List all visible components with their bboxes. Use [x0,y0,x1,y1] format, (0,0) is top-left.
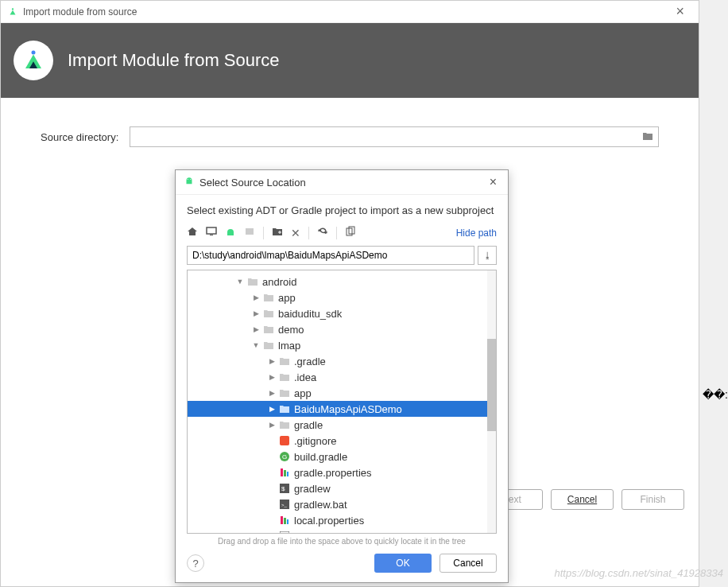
tree-node--idea[interactable]: ▶.idea [188,369,496,385]
dialog-subtitle: Select existing ADT or Gradle project to… [176,195,508,223]
chevron-down-icon[interactable]: ▼ [235,278,245,286]
new-folder-icon[interactable] [272,226,283,239]
browse-folder-icon[interactable] [637,130,658,143]
gradle-file-icon: G [278,452,291,461]
drag-drop-hint: Drag and drop a file into the space abov… [176,534,508,554]
tree-node-gradlew-bat[interactable]: >_gradlew.bat [188,496,496,512]
dialog-footer: ? OK Cancel [176,554,508,582]
tree-node-gradle[interactable]: ▶gradle [188,417,496,433]
tree-node-build-gradle[interactable]: Gbuild.gradle [188,449,496,465]
dialog-titlebar: Select Source Location × [176,170,508,195]
tree-node-readme-md[interactable]: MREADME.md [188,528,496,534]
svg-point-2 [188,179,188,180]
ok-button[interactable]: OK [374,554,432,573]
folder-icon [262,340,275,350]
toolbar-separator [308,227,309,239]
dialog-close-button[interactable]: × [486,175,500,189]
tree-node-label: app [294,387,312,399]
tree-node-label: gradlew [294,483,331,495]
folder-icon [246,277,259,286]
svg-rect-10 [284,470,286,476]
svg-text:>_: >_ [281,503,288,507]
props-file-icon [278,468,291,477]
chevron-right-icon[interactable]: ▶ [267,373,277,381]
tree-node-lmap[interactable]: ▼lmap [188,337,496,353]
bat-file-icon: >_ [278,500,291,509]
project-icon[interactable] [225,226,236,239]
chevron-right-icon[interactable]: ▶ [267,405,277,413]
window-title: Import module from source [23,6,668,17]
desktop-icon[interactable] [206,226,217,239]
android-studio-logo [14,41,53,80]
help-button[interactable]: ? [187,554,204,572]
source-directory-label: Source directory: [41,131,118,143]
tree-node-local-properties[interactable]: local.properties [188,512,496,528]
chevron-right-icon[interactable]: ▶ [267,421,277,429]
svg-point-1 [32,51,36,55]
tree-node-label: README.md [294,531,355,535]
md-file-icon: M [278,531,291,534]
path-input[interactable] [187,246,474,265]
tree-node-label: baiduditu_sdk [278,308,342,320]
tree-scrollbar[interactable] [487,270,496,533]
svg-rect-16 [281,516,283,524]
module-icon[interactable] [244,226,255,239]
chevron-right-icon[interactable]: ▶ [267,357,277,365]
finish-button[interactable]: Finish [622,489,684,510]
show-hidden-icon[interactable] [345,226,356,239]
folder-icon [278,356,291,366]
window-close-button[interactable]: × [668,3,692,20]
chevron-right-icon[interactable]: ▶ [267,389,277,397]
git-file-icon [278,436,291,445]
tree-node-baidumapsapiasdemo[interactable]: ▶BaiduMapsApiASDemo [188,401,496,417]
chevron-right-icon[interactable]: ▶ [251,294,261,301]
tree-node-label: .gradle [294,356,326,367]
svg-rect-4 [207,227,216,234]
sh-file-icon: $ [278,484,291,493]
home-icon[interactable] [187,226,198,239]
tree-node-baiduditu-sdk[interactable]: ▶baiduditu_sdk [188,305,496,321]
cancel-button[interactable]: Cancel [551,489,614,510]
tree-node-label: .idea [294,371,316,383]
cancel-button-label: Cancel [567,494,597,505]
svg-point-0 [12,8,14,10]
source-directory-input-wrap [130,126,659,147]
tree-node-android[interactable]: ▼android [188,274,496,290]
tree-node-gradle-properties[interactable]: gradle.properties [188,465,496,480]
chevron-down-icon[interactable]: ▼ [251,341,261,349]
tree-node-label: .gitignore [294,435,336,447]
chevron-right-icon[interactable]: ▶ [251,309,261,317]
tree-node-app[interactable]: ▶app [188,385,496,401]
hide-path-link[interactable]: Hide path [456,227,497,239]
tree-node--gitignore[interactable]: .gitignore [188,433,496,449]
tree-node-gradlew[interactable]: $gradlew [188,480,496,496]
source-directory-input[interactable] [130,131,637,142]
file-tree[interactable]: ▼android▶app▶baiduditu_sdk▶demo▼lmap▶.gr… [188,270,496,534]
tree-node-label: build.gradle [294,451,347,463]
dialog-cancel-button[interactable]: Cancel [440,554,497,573]
tree-node-label: lmap [278,340,300,352]
tree-node-label: BaiduMapsApiASDemo [294,403,402,415]
banner-title: Import Module from Source [68,50,280,71]
watermark-text: https://blog.csdn.net/sinat_41928334 [555,567,724,579]
tree-node-label: local.properties [294,515,364,527]
folder-icon [262,309,275,318]
chevron-right-icon[interactable]: ▶ [251,325,261,333]
toolbar-separator [263,227,264,239]
source-directory-row: Source directory: [41,126,659,147]
path-history-button[interactable]: ⭳ [478,246,497,265]
window-titlebar: Import module from source × [1,1,699,23]
tree-node--gradle[interactable]: ▶.gradle [188,353,496,369]
delete-icon[interactable]: ✕ [291,227,300,239]
tree-node-demo[interactable]: ▶demo [188,321,496,337]
side-garbled-text: ��: [703,388,728,401]
svg-text:$: $ [281,485,285,492]
refresh-icon[interactable] [317,226,328,239]
select-source-location-dialog: Select Source Location × Select existing… [175,169,509,583]
dialog-title: Select Source Location [199,177,486,189]
folder-icon [262,293,275,302]
svg-rect-9 [281,468,283,476]
tree-node-app[interactable]: ▶app [188,290,496,305]
tree-scrollbar-thumb[interactable] [487,339,496,431]
tree-node-label: gradlew.bat [294,499,347,511]
